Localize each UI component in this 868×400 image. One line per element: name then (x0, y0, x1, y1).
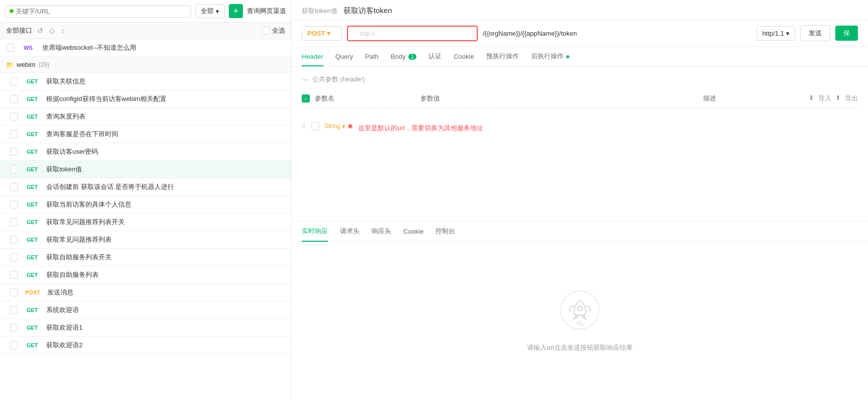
search-input[interactable] (16, 8, 187, 15)
tab-response-headers[interactable]: 响应头 (372, 222, 391, 242)
item-checkbox[interactable] (10, 271, 18, 279)
list-item[interactable]: GET 获取欢迎语1 (0, 319, 291, 337)
chevron-down-icon: ▾ (216, 8, 219, 15)
list-item[interactable]: WS 坐席端websocket--不知道怎么用 (0, 39, 291, 57)
tab-pre-action-label: 预执行操作 (486, 52, 519, 60)
tab-header[interactable]: Header (302, 48, 323, 66)
refresh-icon[interactable]: ↺ (36, 26, 44, 36)
list-item[interactable]: GET 获取自助服务列表 (0, 266, 291, 284)
list-item[interactable]: GET 获取当前访客的具体个人信息 (0, 196, 291, 214)
tab-cookie[interactable]: Cookie (454, 48, 474, 66)
item-checkbox[interactable] (10, 288, 18, 296)
col-value-header: 参数值 (420, 94, 698, 103)
list-item[interactable]: GET 根据configId获得当前访客webim相关配置 (0, 90, 291, 108)
group-header-webim[interactable]: 📁 webim (29) (0, 57, 291, 73)
channel-link[interactable]: 查询网页渠道 (247, 7, 286, 16)
params-actions: ⬇ 导入 ⬆ 导出 (809, 94, 858, 103)
item-checkbox[interactable] (10, 306, 18, 314)
tab-post-action-label: 后执行操作 (531, 52, 564, 60)
settings-icon[interactable]: ◇ (48, 26, 56, 36)
item-checkbox[interactable] (10, 236, 18, 244)
api-name: 查询灰度列表 (46, 112, 85, 121)
group-name: webim (17, 61, 36, 68)
tab-cookie-label: Cookie (454, 53, 474, 60)
param-type-selector[interactable]: String ▾ ✱ (324, 123, 353, 130)
item-checkbox[interactable] (10, 253, 18, 261)
item-checkbox[interactable] (10, 165, 18, 173)
method-chevron-icon: ▾ (327, 30, 330, 37)
method-badge: GET (23, 254, 41, 261)
list-item[interactable]: GET 获取自助服务列表开关 (0, 249, 291, 266)
list-item[interactable]: GET 获取常见问题推荐列表 (0, 231, 291, 249)
response-hint: 请输入url点击发送按钮获取响应结果 (527, 343, 632, 352)
send-button[interactable]: 发送 (800, 25, 830, 41)
method-badge: GET (23, 166, 41, 173)
add-button[interactable]: + (229, 4, 243, 18)
item-checkbox[interactable] (10, 130, 18, 138)
tab-body[interactable]: Body 1 (391, 48, 416, 66)
api-name: 会话创建前 获取该会话 是否将于机器人进行 (46, 182, 174, 191)
list-item[interactable]: GET 获取常见问题推荐列表开关 (0, 214, 291, 231)
tab-console[interactable]: 控制台 (436, 222, 455, 242)
tab-pre-action[interactable]: 预执行操作 (486, 47, 519, 67)
method-badge-ws: WS (19, 44, 37, 51)
list-item[interactable]: GET 获取关联信息 (0, 73, 291, 90)
save-button[interactable]: 保 (835, 26, 858, 41)
item-checkbox[interactable] (10, 218, 18, 226)
tab-post-action[interactable]: 后执行操作 (531, 47, 570, 67)
tab-response-cookie[interactable]: Cookie (403, 223, 423, 241)
api-name: 查询客服是否在下班时间 (46, 130, 118, 139)
list-item[interactable]: GET 系统欢迎语 (0, 302, 291, 319)
tab-query[interactable]: Query (335, 48, 353, 66)
item-checkbox[interactable] (10, 341, 18, 349)
folder-icon: 📁 (6, 61, 14, 68)
list-item[interactable]: POST 发送消息 (0, 284, 291, 302)
export-btn[interactable]: 导出 (845, 94, 858, 103)
public-params-label: 公共参数 (header) (312, 75, 365, 84)
page-title-bar: 获取token值 获取访客token (292, 0, 868, 20)
search-input-wrapper[interactable] (5, 5, 191, 18)
tab-path[interactable]: Path (365, 48, 379, 66)
header-checkbox[interactable]: ✓ (302, 94, 310, 103)
item-checkbox[interactable] (10, 183, 18, 191)
list-title: 全部接口 (6, 26, 32, 35)
item-checkbox[interactable] (10, 324, 18, 332)
api-name: 获取关联信息 (46, 77, 85, 86)
item-checkbox[interactable] (10, 148, 18, 156)
tab-auth[interactable]: 认证 (428, 47, 442, 67)
ws-checkbox[interactable] (6, 44, 14, 52)
list-item[interactable]: GET 获取欢迎语2 (0, 337, 291, 354)
select-all: 全选 (262, 26, 285, 35)
drag-handle-icon[interactable]: ⠿ (302, 123, 306, 130)
url-input[interactable]: ··· http://··· (347, 26, 478, 41)
list-item-active[interactable]: GET 获取token值 (0, 161, 291, 178)
method-label: POST (307, 30, 325, 37)
list-item[interactable]: GET 会话创建前 获取该会话 是否将于机器人进行 (0, 178, 291, 196)
body-badge: 1 (408, 54, 416, 60)
tab-realtime-response[interactable]: 实时响应 (302, 222, 328, 242)
api-name: 根据configId获得当前访客webim相关配置 (46, 94, 166, 104)
method-badge: GET (23, 219, 41, 226)
item-checkbox[interactable] (10, 95, 18, 103)
filter-button[interactable]: 全部 ▾ (195, 4, 225, 18)
import-btn[interactable]: 导入 (818, 94, 831, 103)
item-checkbox[interactable] (10, 77, 18, 85)
item-checkbox[interactable] (10, 201, 18, 209)
group-count: (29) (39, 61, 49, 68)
tab-request-headers[interactable]: 请求头 (340, 222, 360, 242)
list-item[interactable]: GET 查询灰度列表 (0, 108, 291, 126)
warning-text: 这里是默认的url，需要切换为其他服务地址 (358, 120, 483, 137)
param-checkbox[interactable] (311, 122, 319, 130)
download-icon: ⬇ (809, 94, 814, 103)
sort-icon[interactable]: ↕ (60, 26, 65, 36)
list-item[interactable]: GET 查询客服是否在下班时间 (0, 126, 291, 143)
select-all-checkbox[interactable] (262, 27, 270, 35)
public-params-header[interactable]: ⋯ 公共参数 (header) (302, 75, 858, 84)
method-badge: GET (23, 201, 41, 208)
method-select[interactable]: POST ▾ (302, 26, 342, 41)
protocol-select[interactable]: http/1.1 ▾ (757, 26, 795, 41)
item-checkbox[interactable] (10, 113, 18, 121)
rocket-icon (560, 290, 600, 337)
method-badge: GET (23, 236, 41, 243)
list-item[interactable]: GET 获取访客user密码 (0, 143, 291, 161)
